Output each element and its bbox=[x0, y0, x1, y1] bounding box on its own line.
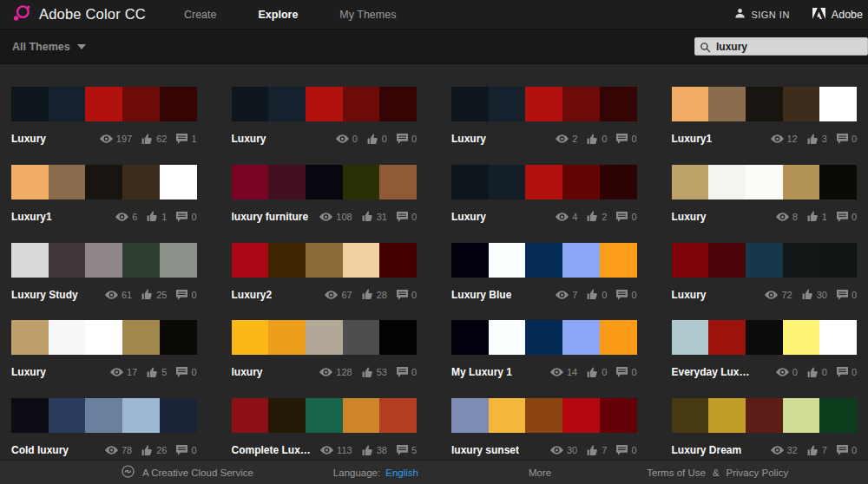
swatch-strip[interactable] bbox=[11, 320, 197, 355]
theme-card[interactable]: Complete Lux… 113 bbox=[232, 398, 418, 460]
more-link[interactable]: More bbox=[529, 468, 551, 478]
color-swatch[interactable] bbox=[49, 165, 86, 199]
color-swatch[interactable] bbox=[451, 243, 489, 278]
nav-explore[interactable]: Explore bbox=[258, 9, 298, 21]
theme-card[interactable]: luxury sunset 30 bbox=[451, 398, 637, 460]
color-swatch[interactable] bbox=[343, 165, 380, 199]
theme-title[interactable]: Luxury bbox=[232, 133, 266, 145]
color-swatch[interactable] bbox=[85, 165, 122, 199]
color-swatch[interactable] bbox=[525, 87, 562, 121]
theme-card[interactable]: Luxury Study 61 bbox=[11, 243, 197, 304]
theme-card[interactable]: Luxury 8 bbox=[672, 165, 858, 226]
color-swatch[interactable] bbox=[232, 398, 269, 433]
color-swatch[interactable] bbox=[600, 243, 637, 278]
comments-stat[interactable]: 0 bbox=[397, 134, 417, 144]
likes-stat[interactable]: 38 bbox=[362, 445, 387, 456]
comments-stat[interactable]: 0 bbox=[397, 367, 417, 377]
color-swatch[interactable] bbox=[451, 165, 489, 199]
color-swatch[interactable] bbox=[819, 320, 857, 355]
theme-title[interactable]: Luxury Study bbox=[11, 289, 78, 301]
theme-title[interactable]: Luxury Dream bbox=[672, 444, 742, 456]
likes-stat[interactable]: 1 bbox=[147, 211, 167, 222]
color-swatch[interactable] bbox=[819, 165, 857, 199]
language-link[interactable]: English bbox=[385, 468, 418, 478]
theme-card[interactable]: Luxury2 67 bbox=[232, 243, 418, 304]
color-swatch[interactable] bbox=[160, 87, 197, 121]
theme-title[interactable]: Luxury bbox=[672, 289, 707, 301]
color-swatch[interactable] bbox=[489, 243, 526, 278]
color-swatch[interactable] bbox=[451, 320, 489, 355]
color-swatch[interactable] bbox=[379, 165, 417, 199]
color-swatch[interactable] bbox=[232, 165, 269, 199]
theme-title[interactable]: Luxury1 bbox=[672, 133, 713, 145]
color-swatch[interactable] bbox=[783, 243, 820, 278]
likes-stat[interactable]: 28 bbox=[362, 289, 387, 300]
color-swatch[interactable] bbox=[49, 320, 86, 355]
color-swatch[interactable] bbox=[306, 243, 343, 278]
comments-stat[interactable]: 0 bbox=[176, 445, 196, 455]
theme-card[interactable]: Luxury1 6 bbox=[11, 165, 197, 226]
swatch-strip[interactable] bbox=[11, 243, 197, 278]
color-swatch[interactable] bbox=[379, 398, 417, 433]
theme-title[interactable]: luxury furniture bbox=[232, 211, 309, 223]
theme-card[interactable]: Everyday Lux… 0 bbox=[672, 320, 858, 382]
theme-title[interactable]: Luxury2 bbox=[232, 289, 273, 301]
likes-stat[interactable]: 5 bbox=[147, 367, 167, 378]
privacy-link[interactable]: Privacy Policy bbox=[727, 468, 789, 478]
color-swatch[interactable] bbox=[600, 165, 637, 199]
comments-stat[interactable]: 0 bbox=[837, 212, 857, 222]
theme-title[interactable]: luxury bbox=[232, 366, 263, 378]
color-swatch[interactable] bbox=[525, 398, 562, 433]
theme-card[interactable]: Luxury 4 bbox=[451, 165, 637, 226]
color-swatch[interactable] bbox=[783, 320, 820, 355]
theme-card[interactable]: Luxury 0 bbox=[232, 87, 418, 148]
swatch-strip[interactable] bbox=[451, 398, 637, 433]
color-swatch[interactable] bbox=[11, 320, 49, 355]
swatch-strip[interactable] bbox=[672, 165, 858, 199]
color-swatch[interactable] bbox=[746, 398, 783, 433]
theme-title[interactable]: Luxury bbox=[451, 211, 486, 223]
color-swatch[interactable] bbox=[49, 243, 86, 278]
swatch-strip[interactable] bbox=[11, 87, 197, 121]
comments-stat[interactable]: 0 bbox=[176, 290, 196, 300]
swatch-strip[interactable] bbox=[672, 243, 858, 278]
nav-my-themes[interactable]: My Themes bbox=[339, 9, 396, 21]
color-swatch[interactable] bbox=[122, 398, 160, 433]
comments-stat[interactable]: 0 bbox=[397, 212, 417, 222]
comments-stat[interactable]: 0 bbox=[837, 367, 857, 377]
color-swatch[interactable] bbox=[708, 320, 746, 355]
color-swatch[interactable] bbox=[451, 398, 489, 433]
color-swatch[interactable] bbox=[672, 398, 709, 433]
theme-card[interactable]: My Luxury 1 14 bbox=[451, 320, 637, 382]
color-swatch[interactable] bbox=[783, 87, 820, 121]
color-swatch[interactable] bbox=[379, 320, 417, 355]
likes-stat[interactable]: 30 bbox=[802, 289, 827, 300]
color-swatch[interactable] bbox=[306, 320, 343, 355]
theme-title[interactable]: Cold luxury bbox=[11, 444, 69, 456]
all-themes-dropdown[interactable]: All Themes bbox=[12, 41, 86, 53]
color-swatch[interactable] bbox=[11, 165, 49, 199]
color-swatch[interactable] bbox=[85, 243, 122, 278]
theme-card[interactable]: Luxury 72 bbox=[672, 243, 858, 304]
likes-stat[interactable]: 0 bbox=[587, 289, 607, 300]
color-swatch[interactable] bbox=[379, 87, 417, 121]
color-swatch[interactable] bbox=[268, 320, 306, 355]
likes-stat[interactable]: 26 bbox=[141, 445, 167, 456]
color-swatch[interactable] bbox=[746, 87, 783, 121]
likes-stat[interactable]: 31 bbox=[362, 211, 387, 222]
theme-title[interactable]: Luxury Blue bbox=[451, 289, 511, 301]
theme-title[interactable]: Complete Lux… bbox=[232, 444, 311, 456]
color-swatch[interactable] bbox=[746, 165, 783, 199]
color-swatch[interactable] bbox=[489, 165, 526, 199]
color-swatch[interactable] bbox=[672, 320, 709, 355]
theme-title[interactable]: Luxury1 bbox=[11, 211, 52, 223]
color-swatch[interactable] bbox=[708, 243, 746, 278]
comments-stat[interactable]: 0 bbox=[616, 290, 636, 300]
color-swatch[interactable] bbox=[268, 165, 306, 199]
theme-title[interactable]: My Luxury 1 bbox=[451, 366, 512, 378]
color-swatch[interactable] bbox=[672, 87, 709, 121]
color-swatch[interactable] bbox=[122, 87, 160, 121]
color-swatch[interactable] bbox=[268, 243, 306, 278]
likes-stat[interactable]: 2 bbox=[587, 211, 607, 222]
color-swatch[interactable] bbox=[343, 320, 380, 355]
